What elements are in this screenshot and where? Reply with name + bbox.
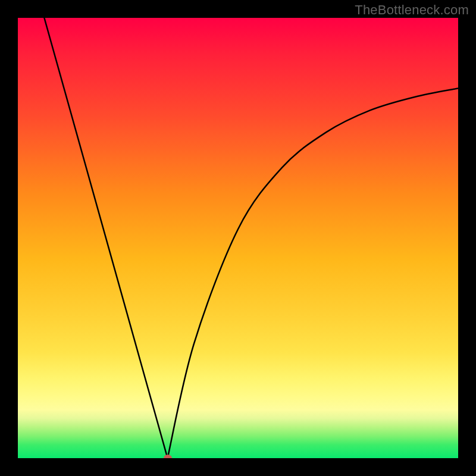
plot-area [18, 18, 458, 458]
chart-container: TheBottleneck.com [0, 0, 476, 476]
minimum-marker [164, 455, 172, 458]
watermark-text: TheBottleneck.com [355, 2, 469, 18]
curve-svg [18, 18, 458, 458]
curve-path [44, 18, 458, 458]
